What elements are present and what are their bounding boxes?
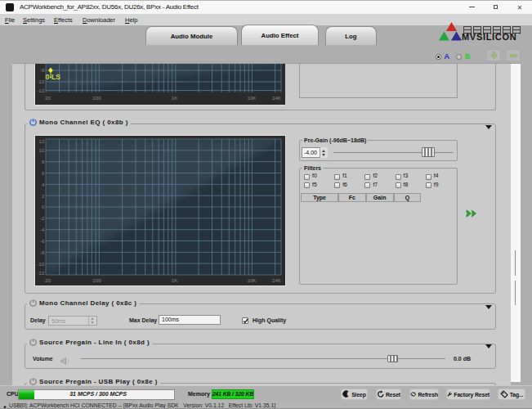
svg-text:-2: -2 <box>40 215 45 221</box>
svg-text:10: 10 <box>39 147 45 153</box>
svg-text:10K: 10K <box>247 277 257 283</box>
svg-text:0-LS: 0-LS <box>46 73 61 81</box>
svg-text:-8: -8 <box>40 249 45 255</box>
svg-text:-10: -10 <box>38 79 46 84</box>
svg-text:-8: -8 <box>40 67 45 73</box>
svg-text:100: 100 <box>92 277 101 283</box>
svg-text:12: 12 <box>39 138 45 144</box>
svg-text:6: 6 <box>42 170 45 176</box>
svg-text:4: 4 <box>42 182 45 187</box>
svg-text:-6: -6 <box>40 238 45 244</box>
svg-text:-12: -12 <box>38 88 46 93</box>
svg-text:24K: 24K <box>272 277 282 283</box>
svg-text:8: 8 <box>42 159 45 164</box>
svg-text:0: 0 <box>42 204 45 209</box>
svg-text:-10: -10 <box>38 261 46 267</box>
svg-text:20: 20 <box>45 277 51 283</box>
svg-text:100: 100 <box>92 95 101 101</box>
svg-text:1K: 1K <box>172 277 178 283</box>
svg-text:-4: -4 <box>40 227 45 232</box>
svg-text:2: 2 <box>42 193 45 199</box>
svg-text:20: 20 <box>45 95 51 101</box>
svg-text:-12: -12 <box>38 270 46 276</box>
svg-text:10K: 10K <box>247 95 257 101</box>
svg-text:1K: 1K <box>172 95 178 101</box>
svg-text:24K: 24K <box>272 95 282 101</box>
